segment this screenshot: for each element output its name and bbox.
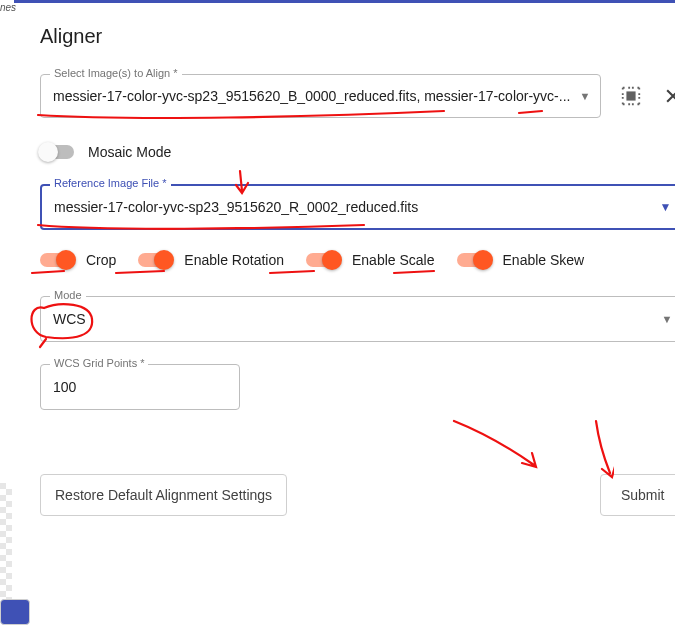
reference-image-value: messier-17-color-yvc-sp23_9515620_R_0002… bbox=[54, 199, 418, 215]
reference-image-dropdown[interactable]: messier-17-color-yvc-sp23_9515620_R_0002… bbox=[40, 184, 675, 230]
svg-rect-0 bbox=[627, 91, 636, 100]
skew-label: Enable Skew bbox=[503, 252, 585, 268]
rotation-toggle[interactable] bbox=[138, 253, 172, 267]
grid-points-label: WCS Grid Points bbox=[50, 357, 148, 369]
mode-dropdown[interactable]: WCS ▼ bbox=[40, 296, 675, 342]
mosaic-mode-toggle[interactable] bbox=[40, 145, 74, 159]
chevron-down-icon: ▼ bbox=[580, 90, 591, 102]
checker-bg bbox=[0, 483, 12, 599]
restore-defaults-button[interactable]: Restore Default Alignment Settings bbox=[40, 474, 287, 516]
chevron-down-icon: ▼ bbox=[660, 200, 672, 214]
scale-label: Enable Scale bbox=[352, 252, 435, 268]
grid-points-input[interactable]: 100 bbox=[40, 364, 240, 410]
select-all-icon[interactable] bbox=[619, 84, 643, 108]
truncated-text: nes bbox=[0, 2, 14, 13]
clear-selection-icon[interactable] bbox=[661, 84, 675, 108]
select-images-label: Select Image(s) to Align bbox=[50, 67, 182, 79]
scale-toggle[interactable] bbox=[306, 253, 340, 267]
page-title: Aligner bbox=[40, 25, 675, 48]
grid-points-value: 100 bbox=[53, 379, 76, 395]
skew-toggle[interactable] bbox=[457, 253, 491, 267]
select-images-dropdown[interactable]: messier-17-color-yvc-sp23_9515620_B_0000… bbox=[40, 74, 601, 118]
crop-toggle[interactable] bbox=[40, 253, 74, 267]
reference-image-label: Reference Image File bbox=[50, 177, 171, 189]
mode-value: WCS bbox=[53, 311, 86, 327]
rotation-label: Enable Rotation bbox=[184, 252, 284, 268]
chevron-down-icon: ▼ bbox=[662, 313, 673, 325]
left-sliver: nes bbox=[0, 0, 14, 627]
mosaic-mode-label: Mosaic Mode bbox=[88, 144, 171, 160]
crop-label: Crop bbox=[86, 252, 116, 268]
aligner-panel: Aligner Select Image(s) to Align messier… bbox=[14, 0, 675, 627]
submit-button[interactable]: Submit bbox=[600, 474, 675, 516]
mode-label: Mode bbox=[50, 289, 86, 301]
select-images-value: messier-17-color-yvc-sp23_9515620_B_0000… bbox=[53, 88, 570, 104]
